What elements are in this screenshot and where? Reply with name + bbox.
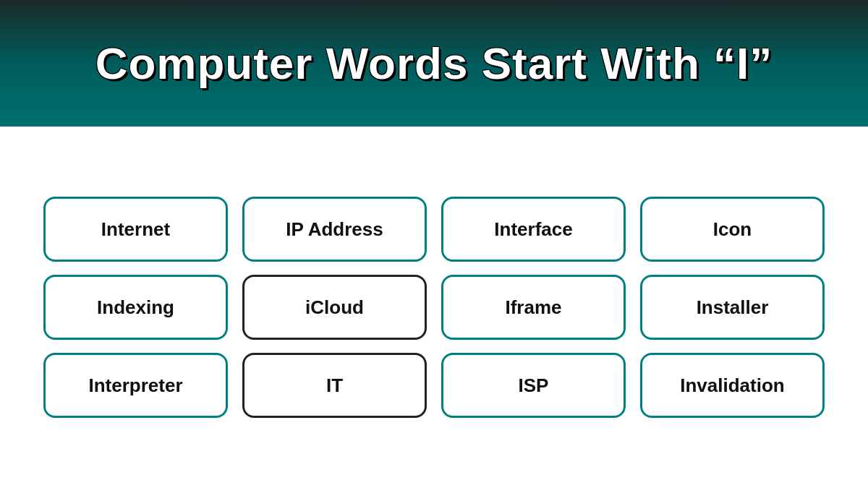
word-card-1-3: Installer bbox=[640, 275, 825, 340]
word-card-0-2: Interface bbox=[441, 197, 626, 262]
word-card-label-0-3: Icon bbox=[713, 218, 752, 241]
word-card-label-2-2: ISP bbox=[519, 374, 549, 397]
word-card-1-1: iCloud bbox=[242, 275, 427, 340]
word-card-0-1: IP Address bbox=[242, 197, 427, 262]
header: Computer Words Start With “I” bbox=[0, 0, 868, 127]
word-card-label-0-1: IP Address bbox=[286, 218, 383, 241]
word-card-1-2: Iframe bbox=[441, 275, 626, 340]
word-card-label-0-0: Internet bbox=[101, 218, 170, 241]
main-content: InternetIP AddressInterfaceIconIndexingi… bbox=[0, 127, 868, 488]
word-card-2-2: ISP bbox=[441, 353, 626, 418]
page-title: Computer Words Start With “I” bbox=[95, 38, 773, 89]
grid-row-1: IndexingiCloudIframeInstaller bbox=[22, 275, 846, 340]
word-card-2-3: Invalidation bbox=[640, 353, 825, 418]
word-card-label-1-2: Iframe bbox=[505, 296, 561, 319]
grid-row-2: InterpreterITISPInvalidation bbox=[22, 353, 846, 418]
grid-row-0: InternetIP AddressInterfaceIcon bbox=[22, 197, 846, 262]
word-card-label-1-3: Installer bbox=[697, 296, 769, 319]
word-card-label-1-0: Indexing bbox=[97, 296, 174, 319]
word-card-label-0-2: Interface bbox=[494, 218, 572, 241]
word-card-0-0: Internet bbox=[43, 197, 228, 262]
word-card-label-2-1: IT bbox=[326, 374, 343, 397]
word-card-0-3: Icon bbox=[640, 197, 825, 262]
word-card-label-2-0: Interpreter bbox=[88, 374, 182, 397]
word-card-label-1-1: iCloud bbox=[305, 296, 364, 319]
word-card-label-2-3: Invalidation bbox=[680, 374, 784, 397]
word-card-2-0: Interpreter bbox=[43, 353, 228, 418]
word-card-2-1: IT bbox=[242, 353, 427, 418]
word-card-1-0: Indexing bbox=[43, 275, 228, 340]
